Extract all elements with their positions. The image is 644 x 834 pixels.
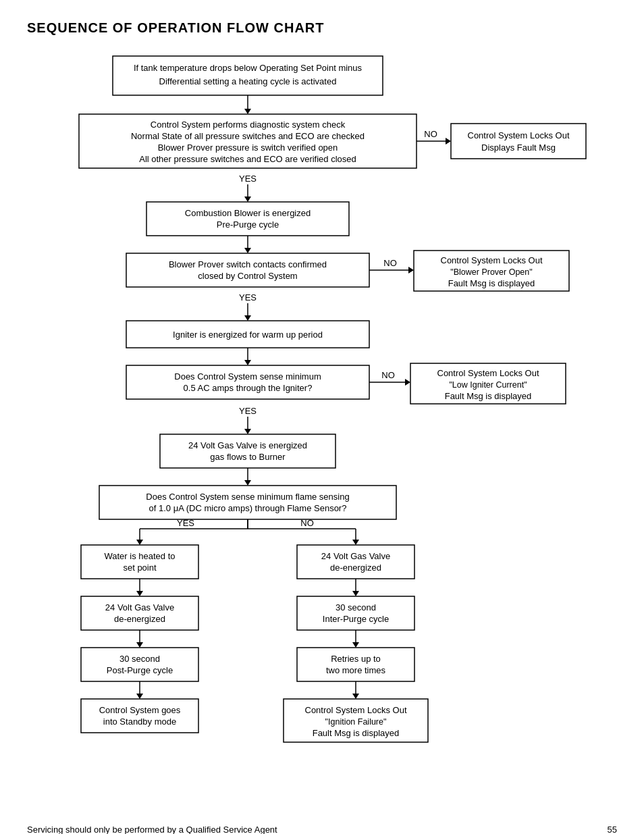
svg-text:Fault Msg is displayed: Fault Msg is displayed: [313, 728, 400, 738]
svg-text:of 1.0 μA (DC micro amps) thro: of 1.0 μA (DC micro amps) through Flame …: [149, 503, 347, 513]
svg-text:30 second: 30 second: [336, 602, 376, 613]
svg-text:closed by Control System: closed by Control System: [198, 271, 297, 281]
svg-rect-24: [126, 253, 369, 287]
svg-text:Combustion Blower is energized: Combustion Blower is energized: [185, 208, 311, 218]
svg-marker-23: [244, 248, 251, 253]
svg-marker-58: [244, 480, 251, 486]
svg-marker-28: [408, 267, 414, 273]
svg-marker-36: [244, 315, 251, 321]
svg-rect-0: [113, 56, 383, 95]
svg-rect-41: [126, 365, 369, 399]
svg-text:Blower Prover pressure is swit: Blower Prover pressure is switch verifie…: [158, 142, 338, 153]
svg-text:Control System Locks Out: Control System Locks Out: [437, 368, 539, 378]
svg-marker-18: [244, 197, 251, 202]
svg-text:Fault Msg is displayed: Fault Msg is displayed: [445, 391, 532, 401]
svg-rect-87: [81, 699, 198, 733]
svg-rect-90: [297, 545, 414, 579]
svg-text:24 Volt Gas Valve: 24 Volt Gas Valve: [321, 551, 390, 561]
flowchart: If tank temperature drops below Operatin…: [27, 49, 617, 819]
svg-text:Retries up to: Retries up to: [331, 654, 381, 664]
svg-marker-65: [136, 540, 143, 545]
svg-text:Post-Purge cycle: Post-Purge cycle: [107, 665, 173, 675]
svg-rect-100: [297, 648, 414, 681]
svg-text:"Ignition Failure": "Ignition Failure": [325, 717, 387, 727]
svg-text:If tank temperature drops belo: If tank temperature drops below Operatin…: [134, 63, 363, 73]
svg-text:Displays Fault Msg: Displays Fault Msg: [481, 142, 556, 153]
svg-marker-53: [244, 429, 251, 434]
svg-text:Igniter is energized for warm : Igniter is energized for warm up period: [173, 330, 323, 340]
svg-text:0.5 AC amps through the Ignite: 0.5 AC amps through the Igniter?: [184, 383, 313, 393]
svg-rect-59: [99, 486, 396, 519]
svg-marker-11: [446, 138, 451, 145]
svg-text:30 second: 30 second: [119, 654, 160, 664]
page-number: 55: [608, 825, 617, 834]
svg-text:Does Control System sense mini: Does Control System sense minimum flame …: [146, 492, 349, 502]
svg-rect-13: [451, 124, 586, 159]
svg-marker-4: [244, 109, 251, 114]
footer-note: Servicing should only be performed by a …: [27, 825, 277, 834]
svg-text:two more times: two more times: [326, 665, 386, 675]
svg-rect-82: [81, 648, 198, 681]
svg-text:Normal State of all pressure s: Normal State of all pressure switches an…: [131, 131, 365, 141]
footer: Servicing should only be performed by a …: [0, 825, 644, 834]
svg-rect-95: [297, 596, 414, 630]
svg-marker-94: [352, 591, 359, 596]
svg-text:into Standby mode: into Standby mode: [103, 716, 176, 727]
svg-text:de-energized: de-energized: [330, 563, 381, 573]
svg-text:NO: NO: [383, 258, 397, 268]
svg-text:24 Volt Gas Valve is energized: 24 Volt Gas Valve is energized: [188, 440, 307, 450]
svg-marker-86: [136, 694, 143, 699]
svg-text:Control System Locks Out: Control System Locks Out: [305, 705, 407, 715]
svg-text:Water is heated to: Water is heated to: [104, 551, 175, 561]
page-title: SEQUENCE OF OPERATION FLOW CHART: [27, 20, 617, 36]
svg-text:Blower Prover switch contacts : Blower Prover switch contacts confirmed: [169, 259, 327, 269]
svg-marker-99: [352, 642, 359, 648]
svg-text:YES: YES: [239, 406, 257, 416]
svg-text:Control System Locks Out: Control System Locks Out: [468, 130, 570, 140]
svg-text:Control System Locks Out: Control System Locks Out: [441, 255, 543, 265]
svg-text:YES: YES: [239, 174, 257, 184]
svg-text:"Low Igniter Current": "Low Igniter Current": [449, 380, 527, 390]
svg-text:de-energized: de-energized: [114, 614, 165, 624]
svg-text:YES: YES: [177, 518, 194, 528]
svg-marker-76: [136, 591, 143, 596]
svg-text:"Blower Prover Open": "Blower Prover Open": [450, 267, 532, 277]
svg-marker-40: [244, 360, 251, 365]
svg-rect-19: [146, 202, 349, 236]
svg-text:set point: set point: [123, 563, 157, 573]
svg-rect-77: [81, 596, 198, 630]
svg-text:Pre-Purge cycle: Pre-Purge cycle: [217, 219, 279, 230]
page: SEQUENCE OF OPERATION FLOW CHART If tank…: [0, 0, 644, 834]
svg-text:Does Control System sense mini: Does Control System sense minimum: [174, 371, 321, 382]
svg-text:Control System goes: Control System goes: [99, 705, 181, 715]
svg-rect-54: [160, 434, 336, 468]
svg-marker-70: [352, 540, 359, 545]
svg-text:YES: YES: [239, 292, 257, 303]
svg-rect-72: [81, 545, 198, 579]
svg-marker-104: [352, 694, 359, 699]
svg-marker-45: [405, 379, 410, 386]
svg-text:Inter-Purge cycle: Inter-Purge cycle: [323, 614, 389, 624]
svg-text:NO: NO: [300, 518, 314, 528]
svg-text:Differential setting a heating: Differential setting a heating cycle is …: [159, 76, 337, 86]
svg-text:Control System performs diagno: Control System performs diagnostic syste…: [151, 120, 346, 130]
svg-text:NO: NO: [424, 129, 437, 139]
svg-text:NO: NO: [381, 370, 395, 380]
svg-text:24 Volt Gas Valve: 24 Volt Gas Valve: [105, 602, 174, 613]
svg-text:Fault Msg is displayed: Fault Msg is displayed: [448, 278, 535, 288]
svg-text:All other pressure switches an: All other pressure switches and ECO are …: [139, 154, 356, 164]
svg-text:gas flows to Burner: gas flows to Burner: [210, 452, 286, 462]
svg-marker-81: [136, 642, 143, 648]
